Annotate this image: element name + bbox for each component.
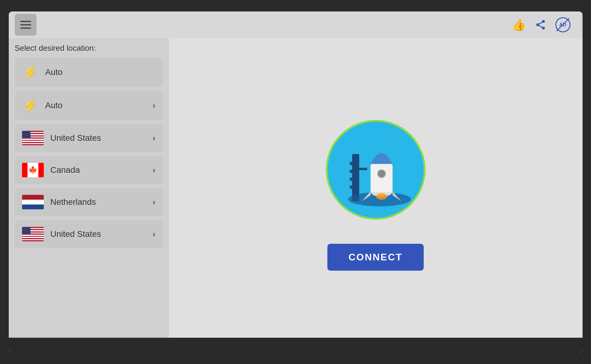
- svg-line-3: [539, 25, 542, 27]
- ad-block-button[interactable]: AD: [555, 17, 570, 32]
- location-item-us1[interactable]: United States ›: [15, 124, 163, 152]
- lightning-icon-2: ⚡: [22, 98, 39, 113]
- location-item-us2[interactable]: United States ›: [15, 220, 163, 248]
- taskbar: [9, 338, 583, 353]
- svg-rect-7: [350, 170, 352, 173]
- location-item-netherlands[interactable]: Netherlands ›: [15, 188, 163, 216]
- top-bar-actions: 👍 AD: [512, 17, 577, 32]
- app-screen: 👍 AD Select desired location:: [9, 11, 583, 353]
- svg-rect-10: [359, 168, 367, 170]
- location-name-netherlands: Netherlands: [50, 197, 153, 207]
- us-flag-2: [22, 227, 44, 241]
- svg-point-15: [376, 193, 387, 200]
- svg-rect-6: [350, 162, 352, 165]
- location-name-auto-main: Auto: [45, 67, 156, 77]
- chevron-icon-us1: ›: [153, 133, 155, 143]
- hamburger-icon: [20, 21, 31, 29]
- netherlands-flag: [22, 195, 44, 209]
- chevron-icon-netherlands: ›: [153, 197, 155, 207]
- sidebar-label: Select desired location:: [15, 43, 163, 53]
- connect-button[interactable]: CONNECT: [327, 244, 424, 271]
- sidebar: Select desired location: ⚡ Auto ⚡ Auto ›…: [9, 38, 169, 353]
- svg-point-1: [536, 23, 539, 26]
- us-flag-1: [22, 131, 44, 145]
- chevron-icon: ›: [153, 101, 155, 110]
- top-bar: 👍 AD: [9, 11, 583, 38]
- location-item-auto-main[interactable]: ⚡ Auto: [15, 58, 163, 87]
- main-content: CONNECT: [169, 38, 583, 353]
- thumbs-up-button[interactable]: 👍: [512, 18, 526, 31]
- share-button[interactable]: [535, 19, 546, 31]
- rocket-circle: [326, 120, 426, 220]
- location-item-auto-sub[interactable]: ⚡ Auto ›: [15, 91, 163, 120]
- svg-point-14: [377, 170, 385, 178]
- canada-flag: 🍁: [22, 163, 44, 177]
- svg-point-2: [542, 27, 545, 29]
- ad-block-icon: AD: [555, 17, 570, 32]
- svg-rect-9: [350, 185, 352, 188]
- rocket-illustration: [336, 130, 415, 209]
- location-name-canada: Canada: [50, 165, 153, 175]
- location-name-us1: United States: [50, 133, 153, 143]
- menu-button[interactable]: [15, 14, 37, 36]
- svg-rect-8: [350, 178, 352, 181]
- chevron-icon-us2: ›: [153, 229, 155, 239]
- lightning-icon: ⚡: [22, 64, 39, 80]
- thumbs-up-icon: 👍: [512, 18, 526, 31]
- location-item-canada[interactable]: 🍁 Canada ›: [15, 156, 163, 184]
- svg-line-4: [539, 22, 542, 24]
- svg-point-0: [542, 20, 545, 23]
- location-name-us2: United States: [50, 229, 153, 239]
- location-name-auto-sub: Auto: [45, 101, 153, 110]
- chevron-icon-canada: ›: [153, 165, 155, 175]
- share-icon: [535, 19, 546, 31]
